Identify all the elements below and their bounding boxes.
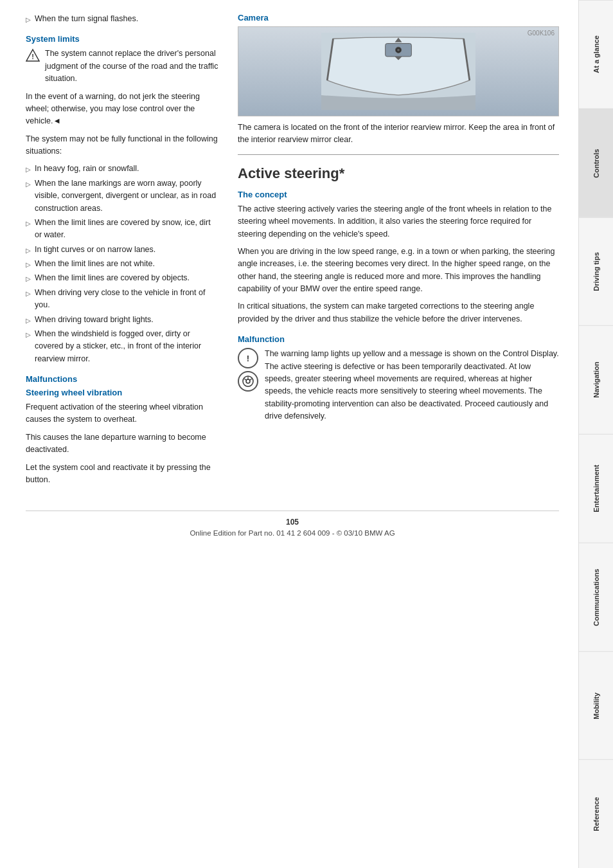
sidebar-item-at-a-glance[interactable]: At a glance [579,0,613,109]
concept-para2: When you are driving in the low speed ra… [238,246,559,296]
list-item: ▷In tight curves or on narrow lanes. [26,244,218,256]
system-limits-heading: System limits [26,34,218,44]
malfunction-icons: ! [238,348,258,422]
sidebar-item-entertainment[interactable]: Entertainment [579,434,613,543]
footer-text: Online Edition for Part no. 01 41 2 604 … [26,529,559,537]
steering-vibration-para1: Frequent activation of the steering whee… [26,401,218,426]
bullet-triangle: ▷ [26,15,31,25]
bullet-triangle: ▷ [26,289,31,299]
left-column: ▷ When the turn signal flashes. System l… [26,13,218,491]
steering-vibration-para2: This causes the lane departure warning t… [26,431,218,457]
main-content: ▷ When the turn signal flashes. System l… [0,0,578,868]
steering-svg [241,374,255,388]
steering-vibration-para3: Let the system cool and reactivate it by… [26,462,218,487]
system-limits-para1: In the event of a warning, do not jerk t… [26,91,218,128]
svg-line-13 [249,379,251,381]
warning-icon: ! [26,48,40,62]
active-steering-title: Active steering* [238,165,559,182]
sidebar-item-reference[interactable]: Reference [579,759,613,868]
concept-para1: The active steering actively varies the … [238,203,559,240]
bullet-triangle: ▷ [26,274,31,284]
list-item: ▷When the limit lines are covered by sno… [26,217,218,242]
excl-svg: ! [242,352,254,364]
bullet-triangle: ▷ [26,179,31,190]
concept-para3: In critical situations, the system can m… [238,300,559,325]
system-limits-list: ▷In heavy fog, rain or snowfall. ▷When t… [26,163,218,365]
list-item: ▷When driving very close to the vehicle … [26,287,218,312]
svg-point-10 [246,379,250,383]
svg-text:!: ! [31,53,34,60]
malfunction-block: ! The warning lamp lights [238,348,559,422]
steering-wheel-icon [238,371,258,392]
list-item: ▷ When the turn signal flashes. [26,13,218,25]
sidebar-item-driving-tips[interactable]: Driving tips [579,217,613,326]
list-item: ▷When the limit lines are not white. [26,258,218,270]
bullet-triangle: ▷ [26,246,31,256]
section-divider [238,154,559,155]
list-item: ▷In heavy fog, rain or snowfall. [26,163,218,175]
concept-heading: The concept [238,190,559,199]
svg-point-5 [397,49,400,51]
exclamation-icon: ! [238,348,258,368]
list-item: ▷When driving toward bright lights. [26,314,218,326]
list-item: ▷When the limit lines are covered by obj… [26,272,218,284]
camera-heading: Camera [238,13,559,23]
sidebar-item-communications[interactable]: Communications [579,543,613,651]
camera-image-inner [238,27,558,116]
camera-image: G00K106 [238,26,559,116]
system-limits-para2: The system may not be fully functional i… [26,133,218,158]
sidebar-item-controls[interactable]: Controls [579,109,613,217]
bullet-triangle: ▷ [26,260,31,270]
sidebar: At a glance Controls Driving tips Naviga… [578,0,613,868]
malfunctions-heading: Malfunctions [26,374,218,384]
list-item: ▷When the windshield is fogged over, dir… [26,328,218,365]
list-item: ▷When the lane markings are worn away, p… [26,177,218,215]
page-number: 105 [26,518,559,527]
bullet-triangle: ▷ [26,330,31,340]
bullet-triangle: ▷ [26,316,31,326]
bullet-triangle: ▷ [26,219,31,229]
malfunction-text: The warning lamp lights up yellow and a … [265,348,559,422]
footer: 105 Online Edition for Part no. 01 41 2 … [26,511,559,537]
bullet-triangle: ▷ [26,165,31,175]
sidebar-item-navigation[interactable]: Navigation [579,325,613,434]
svg-text:!: ! [247,354,249,363]
svg-line-12 [244,379,246,381]
sidebar-item-mobility[interactable]: Mobility [579,651,613,760]
malfunction-heading: Malfunction [238,334,559,344]
warning-text: The system cannot replace the driver's p… [45,48,218,85]
right-column: Camera G00K106 [238,13,559,491]
steering-vibration-heading: Steering wheel vibration [26,388,218,397]
camera-description: The camera is located on the front of th… [238,122,559,147]
windshield-svg [321,33,475,110]
warning-block: ! The system cannot replace the driver's… [26,48,218,85]
